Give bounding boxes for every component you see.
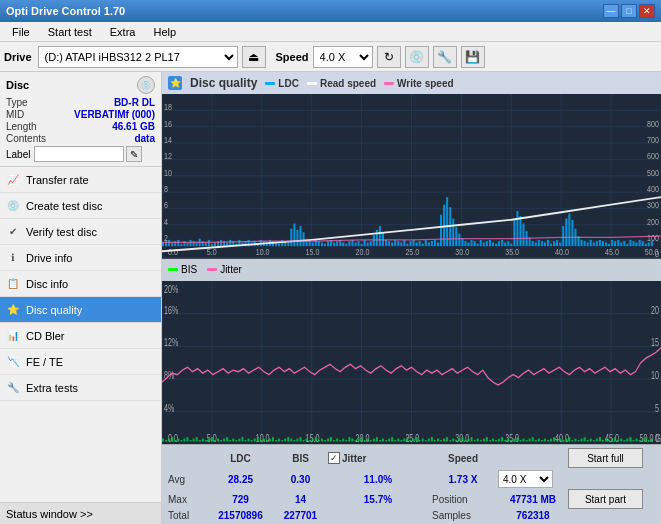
svg-rect-345 (452, 438, 454, 441)
svg-rect-263 (202, 438, 204, 441)
nav-drive-info[interactable]: ℹ Drive info (0, 245, 161, 271)
maximize-button[interactable]: □ (621, 4, 637, 18)
disc-info-section: Disc 💿 Type BD-R DL MID VERBATIMf (000) … (0, 72, 161, 167)
refresh-button[interactable]: ↻ (377, 46, 401, 68)
svg-rect-333 (416, 437, 418, 441)
start-part-button[interactable]: Start part (568, 489, 643, 509)
svg-rect-369 (526, 440, 528, 441)
svg-rect-370 (529, 438, 531, 441)
svg-rect-332 (413, 438, 415, 441)
svg-rect-282 (260, 440, 262, 441)
stats-ldc-header: LDC (208, 453, 273, 464)
svg-rect-391 (593, 440, 595, 441)
jitter-checkbox[interactable]: ✓ (328, 452, 340, 464)
stats-total-bis: 227701 (273, 510, 328, 521)
svg-rect-173 (535, 242, 537, 246)
svg-rect-360 (498, 438, 500, 441)
cd-bler-icon: 📊 (6, 329, 20, 343)
svg-rect-162 (501, 240, 503, 246)
svg-rect-344 (449, 440, 451, 441)
nav-disc-quality-label: Disc quality (26, 304, 82, 316)
svg-rect-155 (480, 240, 482, 246)
svg-rect-131 (406, 244, 408, 247)
save-button[interactable]: 💾 (461, 46, 485, 68)
menubar: File Start test Extra Help (0, 22, 661, 42)
svg-rect-180 (556, 240, 558, 246)
svg-rect-317 (367, 438, 369, 441)
svg-rect-390 (590, 438, 592, 441)
svg-text:10: 10 (651, 369, 659, 381)
svg-rect-343 (446, 437, 448, 441)
svg-rect-339 (434, 440, 436, 441)
svg-rect-330 (406, 437, 408, 441)
chart-header-icon: ⭐ (168, 76, 182, 90)
nav-cd-bler[interactable]: 📊 CD Bler (0, 323, 161, 349)
svg-rect-357 (489, 440, 491, 441)
start-full-button[interactable]: Start full (568, 448, 643, 468)
svg-rect-122 (379, 226, 381, 246)
svg-rect-132 (409, 241, 411, 246)
svg-rect-110 (342, 242, 344, 246)
svg-rect-210 (648, 242, 650, 246)
menu-file[interactable]: File (4, 24, 38, 40)
stats-speed-header: Speed (428, 453, 498, 464)
close-button[interactable]: ✕ (639, 4, 655, 18)
disc-button[interactable]: 💿 (405, 46, 429, 68)
svg-rect-291 (287, 437, 289, 441)
disc-section-title: Disc (6, 79, 29, 91)
nav-cd-bler-label: CD Bler (26, 330, 65, 342)
nav-fe-te[interactable]: 📉 FE / TE (0, 349, 161, 375)
svg-rect-377 (550, 438, 552, 441)
svg-rect-407 (642, 438, 644, 441)
nav-transfer-rate[interactable]: 📈 Transfer rate (0, 167, 161, 193)
svg-rect-398 (614, 437, 616, 441)
window-controls: — □ ✕ (603, 4, 655, 18)
eject-button[interactable]: ⏏ (242, 46, 266, 68)
disc-icon: 💿 (137, 76, 155, 94)
toolbar: Drive (D:) ATAPI iHBS312 2 PL17 ⏏ Speed … (0, 42, 661, 72)
speed-select-stats[interactable]: 4.0 X 1.0 X 2.0 X 8.0 X (498, 470, 553, 488)
nav-disc-quality[interactable]: ⭐ Disc quality (0, 297, 161, 323)
disc-label-button[interactable]: ✎ (126, 146, 142, 162)
disc-contents-value: data (134, 133, 155, 144)
nav-disc-info[interactable]: 📋 Disc info (0, 271, 161, 297)
svg-rect-195 (602, 241, 604, 246)
nav-extra-tests[interactable]: 🔧 Extra tests (0, 375, 161, 401)
nav-verify-test-disc[interactable]: ✔ Verify test disc (0, 219, 161, 245)
menu-start-test[interactable]: Start test (40, 24, 100, 40)
svg-rect-292 (290, 438, 292, 441)
status-window-button[interactable]: Status window >> (0, 502, 161, 524)
svg-rect-184 (568, 213, 570, 246)
svg-text:600: 600 (647, 152, 659, 162)
speed-select-toolbar[interactable]: 4.0 X 1.0 X 2.0 X 8.0 X (313, 46, 373, 68)
svg-rect-140 (434, 240, 436, 246)
svg-rect-296 (303, 440, 305, 441)
stats-samples-label: Samples (428, 510, 498, 521)
disc-label-input[interactable] (34, 146, 124, 162)
menu-extra[interactable]: Extra (102, 24, 144, 40)
legend-bis: BIS (168, 264, 197, 275)
svg-text:12: 12 (164, 152, 172, 162)
svg-rect-312 (351, 438, 353, 441)
bottom-chart: 0 5 10 15 20 4% 8% 12% 16% 20% 0.0 5.0 1… (162, 281, 661, 445)
svg-rect-57 (180, 244, 182, 247)
nav-create-test-disc[interactable]: 💿 Create test disc (0, 193, 161, 219)
svg-rect-257 (183, 438, 185, 441)
svg-rect-280 (254, 438, 256, 441)
svg-rect-400 (620, 438, 622, 441)
svg-rect-137 (425, 240, 427, 246)
legend-ldc-label: LDC (278, 78, 299, 89)
menu-help[interactable]: Help (145, 24, 184, 40)
svg-rect-139 (431, 241, 433, 246)
svg-text:15.0: 15.0 (306, 247, 320, 257)
svg-text:6: 6 (164, 201, 168, 211)
svg-rect-358 (492, 438, 494, 441)
svg-rect-299 (312, 438, 314, 441)
svg-text:12%: 12% (164, 337, 178, 349)
svg-text:18: 18 (164, 103, 172, 113)
svg-rect-342 (443, 438, 445, 441)
svg-rect-190 (587, 242, 589, 246)
drive-select[interactable]: (D:) ATAPI iHBS312 2 PL17 (38, 46, 238, 68)
settings-button[interactable]: 🔧 (433, 46, 457, 68)
minimize-button[interactable]: — (603, 4, 619, 18)
